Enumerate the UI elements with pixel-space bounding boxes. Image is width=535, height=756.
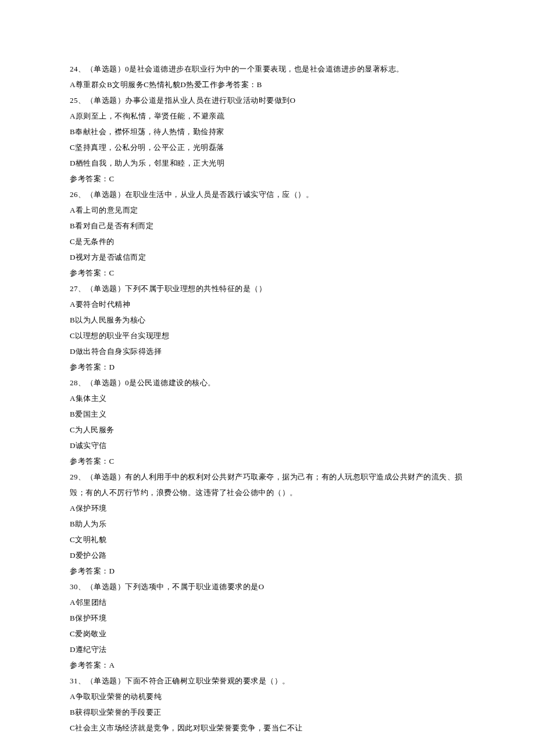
q26-option-d: D视对方是否诚信而定 bbox=[70, 249, 465, 265]
q24-options-answer: A尊重群众B文明服务C热情礼貌D热爱工作参考答案：B bbox=[70, 77, 465, 92]
q25-option-c: C坚持真理，公私分明，公平公正，光明磊落 bbox=[70, 139, 465, 155]
q24-stem: 24、（单选题）0是社会道德进步在职业行为中的一个重要表现，也是社会道德进步的显… bbox=[70, 61, 465, 77]
q28-option-d: D诚实守信 bbox=[70, 438, 465, 453]
q26-option-a: A看上司的意见而定 bbox=[70, 202, 465, 218]
q31-option-a: A争取职业荣誉的动机要纯 bbox=[70, 689, 465, 704]
q30-option-c: C爱岗敬业 bbox=[70, 626, 465, 642]
q31-option-b: B获得职业荣誉的手段要正 bbox=[70, 704, 465, 720]
q28-answer: 参考答案：C bbox=[70, 453, 465, 469]
q27-option-b: B以为人民服务为核心 bbox=[70, 312, 465, 328]
q31-option-c: C社会主义市场经济就是竞争，因此对职业荣誉要竞争，要当仁不让 bbox=[70, 720, 465, 736]
q26-option-c: C是无条件的 bbox=[70, 234, 465, 249]
q30-option-b: B保护环境 bbox=[70, 610, 465, 626]
q29-option-a: A保护环境 bbox=[70, 500, 465, 516]
q27-stem: 27、（单选题）下列不属于职业理想的共性特征的是（） bbox=[70, 281, 465, 296]
q30-option-a: A邻里团结 bbox=[70, 594, 465, 610]
q31-stem: 31、（单选题）下面不符合正确树立职业荣誉观的要求是（）。 bbox=[70, 673, 465, 689]
q27-answer: 参考答案：D bbox=[70, 359, 465, 375]
q28-option-a: A集体主义 bbox=[70, 390, 465, 406]
q28-stem: 28、（单选题）0是公民道德建设的核心。 bbox=[70, 375, 465, 390]
q29-option-c: C文明礼貌 bbox=[70, 532, 465, 547]
q25-stem: 25、（单选题）办事公道是指从业人员在进行职业活动时要做到O bbox=[70, 92, 465, 108]
q29-answer: 参考答案：D bbox=[70, 563, 465, 579]
q26-stem: 26、（单选题）在职业生活中，从业人员是否践行诚实守信，应（）。 bbox=[70, 187, 465, 202]
q30-stem: 30、（单选题）下列选项中，不属于职业道德要求的是O bbox=[70, 579, 465, 594]
q30-answer: 参考答案：A bbox=[70, 657, 465, 673]
q27-option-d: D做出符合自身实际得选择 bbox=[70, 343, 465, 359]
q25-option-a: A原则至上，不徇私情，举贤任能，不避亲疏 bbox=[70, 108, 465, 124]
q27-option-c: C以理想的职业平台实现理想 bbox=[70, 328, 465, 343]
q25-option-b: B奉献社会，襟怀坦荡，待人热情，勤俭持家 bbox=[70, 124, 465, 139]
q30-option-d: D遵纪守法 bbox=[70, 642, 465, 657]
q27-option-a: A要符合时代精神 bbox=[70, 296, 465, 312]
q25-option-d: D栖牲自我，助人为乐，邻里和睦，正大光明 bbox=[70, 155, 465, 171]
q29-option-d: D爱护公路 bbox=[70, 547, 465, 563]
q29-option-b: B助人为乐 bbox=[70, 516, 465, 532]
q28-option-c: C为人民服务 bbox=[70, 422, 465, 438]
q26-answer: 参考答案：C bbox=[70, 265, 465, 281]
q28-option-b: B爱国主义 bbox=[70, 406, 465, 422]
q25-answer: 参考答案：C bbox=[70, 171, 465, 187]
q29-stem: 29、（单选题）有的人利用手中的权利对公共财产巧取豪夺，据为己有；有的人玩忽职守… bbox=[70, 469, 465, 500]
q26-option-b: B看对自己是否有利而定 bbox=[70, 218, 465, 234]
